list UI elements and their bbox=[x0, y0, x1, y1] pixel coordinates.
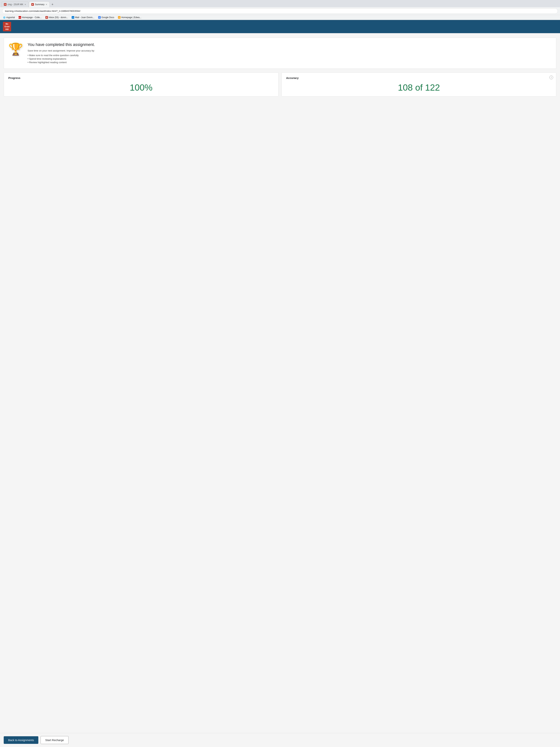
bookmark-label-edwa: Homepage | Edwa... bbox=[121, 16, 141, 19]
bookmark-label-inbox: Inbox (53) - donm... bbox=[49, 16, 68, 19]
bookmark-label-mail: Mail - Juan Donm... bbox=[75, 16, 94, 19]
bookmark-favicon-outlook: O bbox=[72, 16, 74, 19]
progress-card: Progress 100% bbox=[4, 73, 278, 97]
bookmark-favicon-d2l: D2L bbox=[19, 16, 21, 19]
completion-subtitle: Save time on your next assignment. Impro… bbox=[28, 49, 95, 52]
bookmark-homepage-colle[interactable]: D2L Homepage - Colle... bbox=[18, 16, 43, 19]
tip-3: Review highlighted reading content bbox=[28, 60, 95, 64]
stats-row: Progress 100% Accuracy i 108 of 122 bbox=[4, 73, 556, 97]
main-content: 🏆 You have completed this assignment. Sa… bbox=[0, 33, 560, 733]
bookmark-favicon-docs: G bbox=[98, 16, 101, 19]
start-recharge-button[interactable]: Start Recharge bbox=[41, 736, 69, 744]
address-bar[interactable]: learning.mheducation.com/static/awd/inde… bbox=[2, 8, 558, 14]
tab-label-1: cing - 23UR MK bbox=[7, 3, 23, 6]
trophy-icon: 🏆 bbox=[8, 42, 23, 56]
info-icon[interactable]: i bbox=[550, 76, 553, 79]
completion-title: You have completed this assignment. bbox=[28, 42, 95, 47]
bookmark-favicon-myportal: 🌐 bbox=[3, 16, 5, 19]
tab-favicon-mgh: M bbox=[4, 3, 6, 6]
back-to-assignments-button[interactable]: Back to Assignments bbox=[4, 736, 38, 744]
bookmark-edwa[interactable]: E Homepage | Edwa... bbox=[117, 16, 142, 19]
bookmark-label-docs: Google Docs bbox=[102, 16, 114, 19]
progress-label: Progress bbox=[8, 76, 274, 79]
address-bar-row: learning.mheducation.com/static/awd/inde… bbox=[0, 7, 560, 15]
completion-banner: 🏆 You have completed this assignment. Sa… bbox=[4, 37, 556, 69]
tab-close-1[interactable]: ✕ bbox=[24, 3, 26, 6]
tab-summary[interactable]: M Summary ✕ bbox=[29, 1, 50, 7]
bookmark-inbox[interactable]: M Inbox (53) - donm... bbox=[45, 16, 69, 19]
tab-close-2[interactable]: ✕ bbox=[46, 3, 47, 6]
bookmark-label-myportal: myportal bbox=[6, 16, 15, 19]
footer: Back to Assignments Start Recharge bbox=[0, 733, 560, 747]
tab-bar: M cing - 23UR MK ✕ M Summary ✕ + bbox=[0, 1, 560, 7]
bookmark-mail[interactable]: O Mail - Juan Donm... bbox=[71, 16, 95, 19]
completion-tips: Make sure to read the entire question ca… bbox=[28, 54, 95, 64]
mgh-logo: Mc Graw Hill bbox=[3, 22, 11, 31]
tab-favicon-m: M bbox=[31, 3, 34, 6]
bookmark-label-homepage: Homepage - Colle... bbox=[22, 16, 42, 19]
bookmark-favicon-m: M bbox=[45, 16, 48, 19]
accuracy-label: Accuracy bbox=[286, 76, 552, 79]
tab-label-2: Summary bbox=[35, 3, 45, 6]
tip-1: Make sure to read the entire question ca… bbox=[28, 54, 95, 57]
progress-value: 100% bbox=[8, 82, 274, 93]
app-header: Mc Graw Hill bbox=[0, 20, 560, 33]
accuracy-card: Accuracy i 108 of 122 bbox=[282, 73, 556, 97]
completion-text: You have completed this assignment. Save… bbox=[28, 42, 95, 64]
tip-2: Spend time reviewing explanations bbox=[28, 57, 95, 60]
new-tab-button[interactable]: + bbox=[50, 2, 55, 7]
browser-chrome: M cing - 23UR MK ✕ M Summary ✕ + learnin… bbox=[0, 0, 560, 20]
bookmark-google-docs[interactable]: G Google Docs bbox=[98, 16, 115, 19]
bookmarks-bar: 🌐 myportal D2L Homepage - Colle... M Inb… bbox=[0, 15, 560, 20]
accuracy-value: 108 of 122 bbox=[286, 82, 552, 93]
bookmark-myportal[interactable]: 🌐 myportal bbox=[2, 16, 16, 19]
bookmark-favicon-edwa: E bbox=[118, 16, 121, 19]
tab-cing[interactable]: M cing - 23UR MK ✕ bbox=[1, 1, 28, 7]
